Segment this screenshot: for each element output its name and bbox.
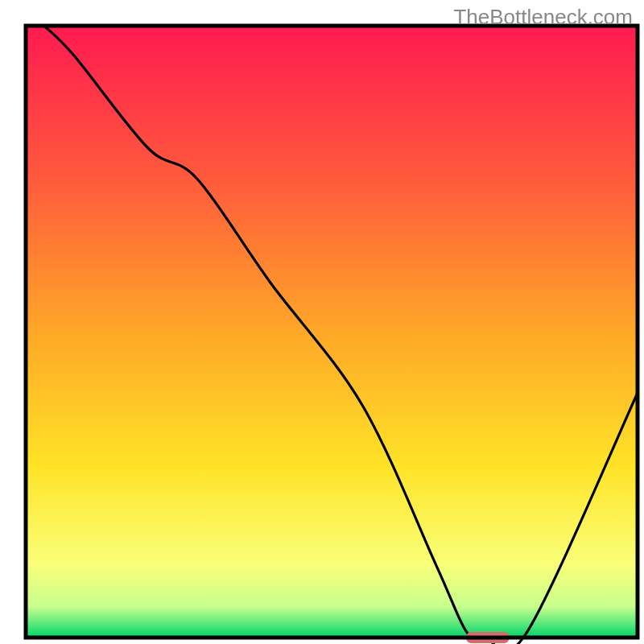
plot-background bbox=[26, 26, 638, 638]
watermark-text: TheBottleneck.com bbox=[453, 5, 633, 30]
bottleneck-chart bbox=[0, 0, 644, 644]
chart-container: TheBottleneck.com bbox=[0, 0, 644, 644]
